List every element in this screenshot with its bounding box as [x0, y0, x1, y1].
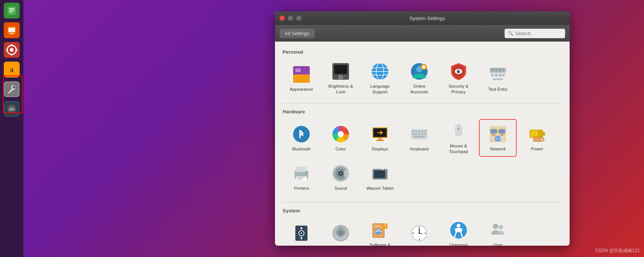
svg-point-45 — [459, 70, 460, 71]
setting-color[interactable]: Color — [322, 119, 360, 157]
keyboard-icon — [409, 124, 429, 144]
universal-access-icon — [449, 220, 468, 240]
personal-grid: Appearance — [283, 59, 562, 97]
setting-user-accounts[interactable]: UserAccounts — [479, 218, 517, 246]
launcher-item-ubuntu-software[interactable]: Ubuntu Software — [3, 41, 21, 59]
setting-software-updates[interactable]: ! Software &Updates — [361, 218, 399, 246]
setting-online-accounts[interactable]: OnlineAccounts — [400, 59, 438, 97]
color-label: Color — [335, 146, 346, 152]
svg-rect-77 — [424, 133, 426, 135]
setting-brightness-lock[interactable]: Brightness &Lock — [322, 59, 360, 97]
launcher-item-system-settings[interactable] — [3, 80, 21, 98]
displays-label: Displays — [372, 146, 388, 152]
setting-universal-access[interactable]: UniversalAccess — [440, 218, 477, 246]
setting-details[interactable]: Details — [322, 218, 360, 246]
setting-language-support[interactable]: LanguageSupport — [361, 59, 399, 97]
svg-rect-49 — [495, 68, 498, 71]
svg-rect-90 — [500, 135, 504, 136]
desktop: Ubuntu Software a — [0, 0, 644, 257]
backups-label: Backups — [293, 245, 310, 246]
svg-rect-53 — [495, 74, 498, 77]
setting-printers[interactable]: Printers — [283, 158, 320, 196]
svg-rect-99 — [534, 137, 540, 141]
launcher-item-spreadsheet[interactable] — [3, 2, 21, 20]
system-divider — [283, 202, 562, 203]
svg-rect-54 — [499, 74, 502, 77]
setting-sound[interactable]: Sound — [322, 158, 360, 196]
settings-window: System Settings All Settings 🔍 Personal — [275, 11, 570, 246]
svg-rect-70 — [418, 130, 420, 132]
printers-icon — [292, 164, 311, 183]
time-date-icon — [409, 223, 429, 243]
setting-network[interactable]: Network — [479, 119, 517, 157]
network-label: Network — [490, 146, 506, 152]
svg-rect-68 — [412, 130, 414, 132]
sound-icon — [331, 164, 351, 183]
svg-rect-13 — [11, 54, 12, 56]
search-input[interactable] — [505, 29, 565, 38]
section-system-title: System — [283, 208, 562, 214]
setting-security-privacy[interactable]: Security &Privacy — [440, 59, 477, 97]
section-hardware-title: Hardware — [283, 109, 562, 115]
svg-rect-64 — [378, 138, 381, 140]
window-maximize-button[interactable] — [296, 15, 301, 21]
details-label: Details — [334, 245, 347, 246]
svg-rect-101 — [296, 167, 307, 172]
setting-displays[interactable]: Displays — [361, 119, 399, 157]
svg-rect-12 — [11, 44, 12, 46]
svg-rect-95 — [543, 132, 545, 136]
setting-backups[interactable]: Backups — [283, 218, 320, 246]
svg-point-44 — [457, 70, 460, 73]
svg-rect-104 — [297, 179, 302, 180]
setting-bluetooth[interactable]: Bluetooth — [283, 119, 320, 157]
online-accounts-label: OnlineAccounts — [410, 84, 428, 95]
svg-text:!: ! — [385, 223, 386, 228]
svg-rect-71 — [421, 130, 423, 132]
window-minimize-button[interactable] — [288, 15, 293, 21]
setting-mouse-touchpad[interactable]: Mouse &Touchpad — [440, 119, 477, 157]
setting-text-entry[interactable]: Text Entry — [479, 59, 517, 97]
universal-access-label: UniversalAccess — [449, 242, 468, 246]
bluetooth-icon — [292, 124, 311, 144]
setting-power[interactable]: ⚡ Power — [518, 119, 556, 157]
bluetooth-label: Bluetooth — [292, 146, 311, 152]
svg-rect-103 — [297, 177, 304, 178]
details-icon — [331, 223, 351, 243]
svg-point-42 — [422, 65, 425, 68]
setting-wacom-tablet[interactable]: Wacom Tablet — [361, 158, 399, 196]
svg-rect-86 — [491, 135, 496, 136]
section-personal-title: Personal — [283, 49, 562, 55]
svg-rect-76 — [421, 133, 423, 135]
svg-point-35 — [340, 77, 341, 78]
online-accounts-icon — [409, 62, 429, 81]
svg-rect-52 — [491, 74, 494, 77]
svg-rect-112 — [374, 170, 385, 178]
text-entry-label: Text Entry — [488, 87, 507, 92]
svg-rect-89 — [501, 134, 503, 135]
svg-rect-50 — [499, 68, 502, 71]
power-label: Power — [531, 146, 544, 152]
setting-keyboard[interactable]: Keyboard — [400, 119, 438, 157]
time-date-label: Time & Date — [407, 245, 431, 246]
all-settings-button[interactable]: All Settings — [280, 29, 315, 38]
setting-time-date[interactable]: Time & Date — [400, 218, 438, 246]
svg-point-141 — [419, 232, 420, 234]
user-accounts-icon — [488, 220, 508, 240]
launcher-item-amazon[interactable]: a — [3, 60, 21, 79]
launcher-item-presentation[interactable] — [3, 21, 21, 39]
svg-rect-14 — [6, 50, 8, 50]
window-close-button[interactable] — [280, 15, 285, 21]
svg-rect-65 — [376, 140, 384, 141]
setting-appearance[interactable]: Appearance — [283, 59, 320, 97]
svg-rect-8 — [9, 34, 14, 34]
launcher-item-dvd[interactable]: DVD — [3, 100, 21, 118]
search-icon: 🔍 — [508, 31, 513, 36]
svg-text:⚡: ⚡ — [534, 131, 540, 136]
svg-rect-51 — [502, 68, 505, 71]
svg-point-19 — [13, 86, 15, 88]
window-title: System Settings — [304, 15, 550, 21]
wacom-tablet-label: Wacom Tablet — [366, 186, 394, 191]
watermark: CSDN @百炼成钢123 — [595, 248, 639, 254]
svg-point-81 — [457, 128, 460, 130]
appearance-icon — [292, 65, 311, 84]
